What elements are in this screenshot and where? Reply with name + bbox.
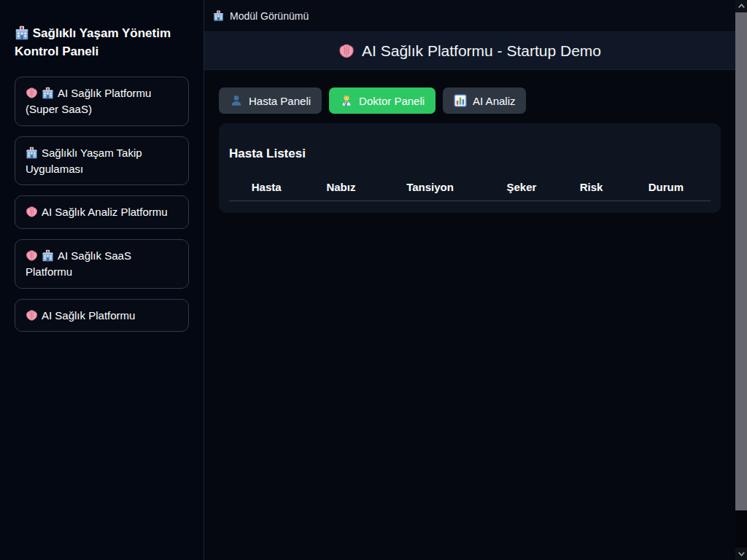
module-content: Hasta Paneli Doktor Paneli AI Analiz: [204, 70, 735, 560]
chevron-up-icon: [737, 1, 746, 11]
column-header: Hasta: [229, 181, 303, 193]
bar-chart-icon: [454, 94, 467, 107]
sidebar-menu: AI Sağlık Platformu (Super SaaS) Sağlıkl…: [15, 77, 189, 332]
tab-hasta-paneli[interactable]: Hasta Paneli: [219, 88, 322, 114]
scrollbar-thumb[interactable]: [735, 12, 747, 510]
module-view-label: Modül Görünümü: [230, 10, 309, 22]
brain-icon: [26, 206, 38, 218]
hospital-icon: [15, 26, 29, 40]
column-header: Tansiyon: [379, 181, 482, 193]
column-header: Şeker: [481, 181, 561, 193]
sidebar-item[interactable]: AI Sağlık Analiz Platformu: [15, 195, 189, 229]
hospital-icon: [213, 10, 224, 21]
sidebar-title: Sağlıklı Yaşam Yönetim Kontrol Paneli: [15, 25, 189, 61]
scroll-up-button[interactable]: [735, 0, 747, 12]
app-window: Sağlıklı Yaşam Yönetim Kontrol Paneli AI…: [0, 0, 747, 560]
sidebar-item-label: AI Sağlık Analiz Platformu: [42, 206, 168, 218]
sidebar-title-text: Sağlıklı Yaşam Yönetim Kontrol Paneli: [15, 26, 171, 58]
module-view-header: Modül Görünümü: [204, 0, 735, 32]
tab-ai-analiz[interactable]: AI Analiz: [443, 88, 526, 114]
module-title: AI Sağlık Platformu - Startup Demo: [362, 42, 601, 60]
column-header: Nabız: [303, 181, 378, 193]
column-header: Risk: [561, 181, 622, 193]
sidebar-item[interactable]: Sağlıklı Yaşam Takip Uygulaması: [15, 136, 189, 186]
hospital-icon: [42, 249, 54, 262]
user-icon: [230, 94, 243, 107]
vertical-scrollbar[interactable]: [735, 0, 747, 560]
tab-label: AI Analiz: [473, 95, 515, 107]
sidebar-item[interactable]: AI Sağlık SaaS Platformu: [15, 239, 189, 289]
patient-list-title: Hasta Listesi: [229, 147, 711, 161]
tabs-row: Hasta Paneli Doktor Paneli AI Analiz: [219, 88, 721, 114]
hospital-icon: [42, 87, 54, 99]
module-titlebar: AI Sağlık Platformu - Startup Demo: [204, 32, 735, 70]
sidebar-item-label: AI Sağlık Platformu: [42, 309, 135, 322]
sidebar: Sağlıklı Yaşam Yönetim Kontrol Paneli AI…: [0, 0, 204, 560]
tab-label: Doktor Paneli: [359, 95, 425, 107]
column-header: Durum: [622, 181, 711, 193]
sidebar-item[interactable]: AI Sağlık Platformu: [15, 299, 189, 332]
patient-list-card: Hasta Listesi HastaNabızTansiyonŞekerRis…: [219, 123, 721, 213]
scroll-down-button[interactable]: [735, 548, 747, 560]
sidebar-item-label: Sağlıklı Yaşam Takip Uygulaması: [26, 147, 142, 175]
brain-icon: [26, 249, 38, 262]
brain-icon: [338, 43, 355, 59]
sidebar-item[interactable]: AI Sağlık Platformu (Super SaaS): [15, 77, 189, 126]
patient-table-header: HastaNabızTansiyonŞekerRiskDurum: [229, 181, 711, 201]
doctor-icon: [340, 94, 353, 107]
chevron-down-icon: [737, 549, 746, 559]
brain-icon: [26, 309, 38, 322]
main-area: Modül Görünümü AI Sağlık Platformu - Sta…: [204, 0, 735, 560]
tab-label: Hasta Paneli: [249, 95, 311, 107]
brain-icon: [26, 87, 38, 99]
tab-doktor-paneli[interactable]: Doktor Paneli: [329, 88, 436, 114]
hospital-icon: [26, 147, 38, 159]
